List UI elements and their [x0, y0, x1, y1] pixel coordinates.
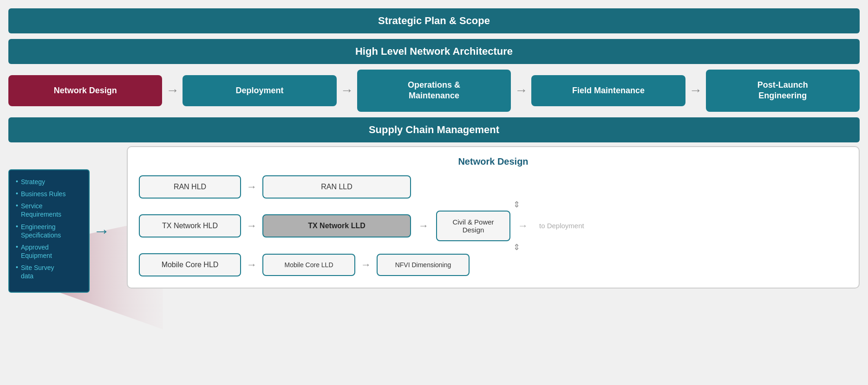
mobile-core-hld-label: Mobile Core HLD	[162, 261, 219, 269]
ran-arrow-icon: →	[247, 181, 257, 193]
mobile-lld-nfvi-arrow: →	[361, 259, 371, 271]
network-design-panel: Network Design RAN HLD → RAN LLD ⇕	[127, 146, 860, 289]
mobile-core-lld-box[interactable]: Mobile Core LLD	[262, 254, 355, 276]
sidebar-service-req-text: ServiceRequirements	[21, 202, 61, 218]
to-deployment-text: to Deployment	[539, 222, 584, 230]
arrow-3: →	[515, 83, 528, 98]
process-post-launch-label: Post-LaunchEngineering	[757, 80, 808, 100]
sidebar-approved-equip-text: ApprovedEquipment	[21, 243, 52, 260]
panel-row-tx: TX Network HLD → TX Network LLD → Civil …	[139, 211, 848, 241]
panel-row-ran: RAN HLD → RAN LLD	[139, 175, 848, 199]
lower-content: • Strategy • Business Rules • ServiceReq…	[8, 146, 860, 293]
process-deployment-label: Deployment	[236, 86, 284, 95]
sidebar-item-site-survey: • Site Surveydata	[16, 263, 82, 280]
process-operations-label: Operations &Maintenance	[408, 80, 460, 100]
sidebar-item-engineering-specs: • EngineeringSpecifications	[16, 223, 82, 239]
sidebar-item-strategy: • Strategy	[16, 178, 82, 186]
process-flow: Network Design → Deployment → Operations…	[8, 70, 860, 112]
supply-chain-banner-text: Supply Chain Management	[369, 124, 499, 135]
sidebar-arrow-icon: →	[93, 221, 110, 241]
ran-lld-label: RAN LLD	[321, 183, 352, 191]
to-deployment-label: to Deployment	[539, 222, 584, 230]
process-operations[interactable]: Operations &Maintenance	[357, 70, 511, 112]
tx-lld-civil-arrow: →	[418, 220, 429, 232]
high-level-banner-text: High Level Network Architecture	[355, 45, 513, 57]
mobile-core-lld-label: Mobile Core LLD	[284, 261, 333, 269]
mobile-arrow-icon: →	[247, 259, 257, 271]
arrow-4: →	[689, 83, 702, 98]
process-network-design-label: Network Design	[54, 86, 117, 95]
mobile-core-hld-box[interactable]: Mobile Core HLD	[139, 253, 241, 276]
sidebar-item-business-rules: • Business Rules	[16, 190, 82, 198]
tx-arrow-icon: →	[247, 220, 257, 232]
process-deployment[interactable]: Deployment	[183, 75, 336, 106]
arrow-1: →	[166, 83, 179, 98]
vert-arrow-1: ⇕	[139, 200, 848, 209]
process-post-launch[interactable]: Post-LaunchEngineering	[706, 70, 860, 112]
tx-hld-label: TX Network HLD	[162, 222, 218, 230]
process-field-maintenance-label: Field Maintenance	[572, 86, 645, 95]
strategic-banner: Strategic Plan & Scope	[8, 8, 860, 33]
panel-title: Network Design	[139, 156, 848, 167]
tx-hld-box[interactable]: TX Network HLD	[139, 214, 241, 237]
civil-to-deploy-arrow: →	[518, 220, 528, 232]
panel-rows-wrapper: RAN HLD → RAN LLD ⇕ TX Network HLD	[139, 175, 848, 276]
sidebar-business-rules-text: Business Rules	[21, 190, 66, 198]
sidebar-site-survey-text: Site Surveydata	[21, 263, 54, 280]
tx-lld-label: TX Network LLD	[308, 222, 365, 230]
strategic-banner-text: Strategic Plan & Scope	[378, 15, 490, 26]
process-network-design[interactable]: Network Design	[8, 75, 162, 106]
civil-power-label: Civil & PowerDesign	[452, 218, 494, 234]
left-sidebar: • Strategy • Business Rules • ServiceReq…	[8, 169, 90, 293]
arrow-2: →	[340, 83, 353, 98]
sidebar-item-service-requirements: • ServiceRequirements	[16, 202, 82, 218]
ran-hld-label: RAN HLD	[174, 183, 206, 191]
sidebar-eng-spec-text: EngineeringSpecifications	[21, 223, 61, 239]
ran-lld-box[interactable]: RAN LLD	[262, 175, 411, 199]
nfvi-box[interactable]: NFVI Dimensioning	[377, 254, 470, 276]
panel-row-mobile: Mobile Core HLD → Mobile Core LLD → NFVI…	[139, 253, 848, 276]
sidebar-item-approved-equipment: • ApprovedEquipment	[16, 243, 82, 260]
high-level-banner: High Level Network Architecture	[8, 39, 860, 64]
civil-power-box[interactable]: Civil & PowerDesign	[436, 211, 510, 241]
process-field-maintenance[interactable]: Field Maintenance	[531, 75, 685, 106]
ran-hld-box[interactable]: RAN HLD	[139, 175, 241, 199]
supply-chain-banner: Supply Chain Management	[8, 117, 860, 142]
tx-lld-box[interactable]: TX Network LLD	[262, 214, 411, 237]
sidebar-strategy-text: Strategy	[21, 178, 45, 186]
nfvi-label: NFVI Dimensioning	[395, 261, 451, 269]
main-container: Strategic Plan & Scope High Level Networ…	[0, 0, 868, 301]
vert-arrow-2: ⇕	[139, 243, 848, 251]
